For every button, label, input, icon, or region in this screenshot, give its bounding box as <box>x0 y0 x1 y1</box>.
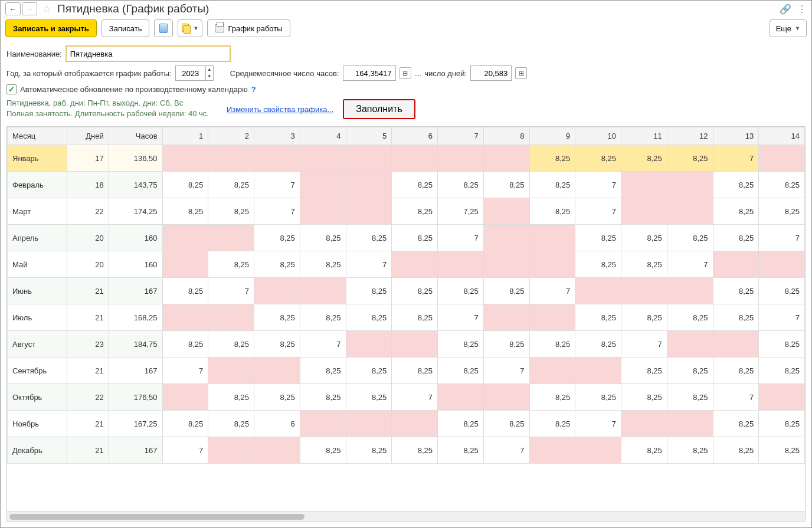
days-cell[interactable]: 17 <box>67 145 109 172</box>
day-cell[interactable] <box>392 411 438 437</box>
day-cell[interactable]: 8,25 <box>392 278 438 304</box>
day-cell[interactable]: 8,25 <box>208 172 254 198</box>
calc-icon[interactable]: ⊞ <box>515 67 527 79</box>
day-cell[interactable]: 7 <box>162 437 208 464</box>
day-cell[interactable]: 8,25 <box>208 384 254 411</box>
save-button[interactable]: Записать <box>102 19 150 37</box>
copy-dropdown-button[interactable]: ▼ <box>178 19 202 37</box>
day-cell[interactable]: 8,25 <box>392 172 438 198</box>
kebab-menu-icon[interactable]: ⋮ <box>797 4 807 15</box>
day-cell[interactable]: 8,25 <box>254 304 300 331</box>
day-cell[interactable]: 8,25 <box>483 411 529 437</box>
day-cell[interactable] <box>162 145 208 172</box>
day-cell[interactable]: 8,25 <box>805 251 806 278</box>
day-cell[interactable]: 8,25 <box>483 172 529 198</box>
day-cell[interactable]: 8,25 <box>713 437 759 464</box>
col-d14[interactable]: 14 <box>759 127 805 145</box>
day-cell[interactable]: 8,25 <box>667 437 713 464</box>
day-cell[interactable]: 8,25 <box>529 411 575 437</box>
day-cell[interactable]: 8,25 <box>208 411 254 437</box>
month-cell[interactable]: Март <box>8 198 67 225</box>
day-cell[interactable] <box>621 411 667 437</box>
day-cell[interactable]: 8,25 <box>759 411 805 437</box>
day-cell[interactable]: 8,25 <box>759 331 805 358</box>
day-cell[interactable] <box>621 172 667 198</box>
hours-cell[interactable]: 184,75 <box>109 331 162 358</box>
hours-cell[interactable]: 167 <box>109 278 162 304</box>
link-icon[interactable]: 🔗 <box>780 4 791 15</box>
day-cell[interactable] <box>529 304 575 331</box>
day-cell[interactable]: 7 <box>805 358 806 384</box>
day-cell[interactable]: 7 <box>805 437 806 464</box>
day-cell[interactable] <box>208 145 254 172</box>
day-cell[interactable] <box>667 278 713 304</box>
day-cell[interactable]: 7 <box>713 384 759 411</box>
help-icon[interactable]: ? <box>251 85 256 94</box>
days-cell[interactable]: 21 <box>67 278 109 304</box>
day-cell[interactable] <box>575 358 621 384</box>
hours-cell[interactable]: 167 <box>109 437 162 464</box>
day-cell[interactable]: 8,25 <box>575 304 621 331</box>
day-cell[interactable]: 8,25 <box>621 225 667 251</box>
day-cell[interactable]: 8,25 <box>713 411 759 437</box>
day-cell[interactable] <box>713 251 759 278</box>
day-cell[interactable] <box>667 172 713 198</box>
print-schedule-button[interactable]: График работы <box>207 19 290 37</box>
day-cell[interactable] <box>805 304 806 331</box>
day-cell[interactable]: 8,25 <box>254 384 300 411</box>
day-cell[interactable]: 8,25 <box>300 304 346 331</box>
day-cell[interactable]: 8,25 <box>392 304 438 331</box>
day-cell[interactable]: 8,25 <box>667 384 713 411</box>
day-cell[interactable]: 7 <box>759 225 805 251</box>
day-cell[interactable]: 8,25 <box>667 358 713 384</box>
day-cell[interactable] <box>392 145 438 172</box>
day-cell[interactable]: 7 <box>300 331 346 358</box>
day-cell[interactable] <box>483 304 529 331</box>
day-cell[interactable]: 8,25 <box>713 172 759 198</box>
day-cell[interactable]: 8,25 <box>392 358 438 384</box>
day-cell[interactable]: 8,25 <box>438 172 484 198</box>
day-cell[interactable]: 8,25 <box>254 331 300 358</box>
day-cell[interactable] <box>713 331 759 358</box>
day-cell[interactable]: 8,25 <box>805 411 806 437</box>
day-cell[interactable]: 8,25 <box>529 384 575 411</box>
day-cell[interactable] <box>438 384 484 411</box>
days-cell[interactable]: 21 <box>67 437 109 464</box>
document-button[interactable] <box>154 19 173 37</box>
day-cell[interactable]: 8,25 <box>300 437 346 464</box>
day-cell[interactable]: 7 <box>529 278 575 304</box>
day-cell[interactable]: 7 <box>254 172 300 198</box>
change-props-link[interactable]: Изменить свойства графика... <box>227 105 333 114</box>
year-input[interactable] <box>176 66 205 80</box>
day-cell[interactable]: 7 <box>254 198 300 225</box>
day-cell[interactable]: 8,25 <box>621 384 667 411</box>
horizontal-scrollbar[interactable] <box>7 511 805 521</box>
day-cell[interactable] <box>483 384 529 411</box>
col-d2[interactable]: 2 <box>208 127 254 145</box>
day-cell[interactable] <box>208 358 254 384</box>
day-cell[interactable]: 8,25 <box>529 331 575 358</box>
day-cell[interactable] <box>300 278 346 304</box>
month-cell[interactable]: Май <box>8 251 67 278</box>
day-cell[interactable]: 8,25 <box>713 358 759 384</box>
day-cell[interactable]: 8,25 <box>438 358 484 384</box>
day-cell[interactable]: 8,25 <box>438 437 484 464</box>
month-cell[interactable]: Июль <box>8 304 67 331</box>
day-cell[interactable]: 8,25 <box>667 145 713 172</box>
col-d13[interactable]: 13 <box>713 127 759 145</box>
day-cell[interactable]: 8,25 <box>254 225 300 251</box>
day-cell[interactable] <box>254 437 300 464</box>
day-cell[interactable]: 7 <box>438 225 484 251</box>
day-cell[interactable]: 8,25 <box>759 198 805 225</box>
day-cell[interactable]: 7 <box>392 384 438 411</box>
month-cell[interactable]: Июнь <box>8 278 67 304</box>
back-button[interactable]: ← <box>5 2 21 15</box>
day-cell[interactable] <box>438 251 484 278</box>
day-cell[interactable]: 7 <box>575 411 621 437</box>
day-cell[interactable]: 8,25 <box>346 304 392 331</box>
day-cell[interactable]: 8,25 <box>529 145 575 172</box>
day-cell[interactable]: 8,25 <box>759 358 805 384</box>
day-cell[interactable]: 8,25 <box>438 411 484 437</box>
day-cell[interactable] <box>162 384 208 411</box>
month-cell[interactable]: Август <box>8 331 67 358</box>
